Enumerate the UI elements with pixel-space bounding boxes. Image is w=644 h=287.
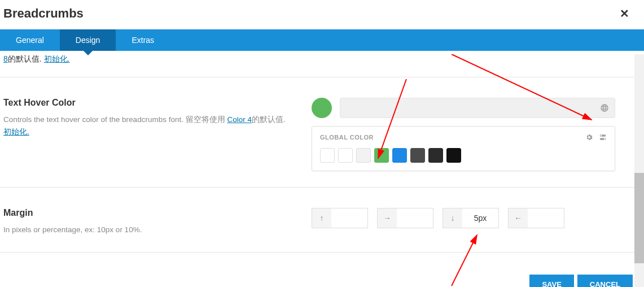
gear-icon[interactable] <box>585 133 593 141</box>
previous-setting-tail: 8的默认值. 初始化. <box>0 54 634 77</box>
prev-tail-text: 的默认值. <box>8 54 44 63</box>
swatch-7[interactable] <box>446 148 461 163</box>
margin-left-field: ← <box>508 208 564 228</box>
svg-point-2 <box>601 135 602 136</box>
margin-right-field: → <box>377 208 433 228</box>
margin-row: Margin In pixels or percentage, ex: 10px… <box>0 188 634 253</box>
arrow-right-icon: → <box>378 208 397 228</box>
scrollbar-track[interactable] <box>634 54 644 287</box>
prev-color-link[interactable]: 8 <box>3 54 8 63</box>
globe-icon <box>600 103 609 112</box>
prev-init-link[interactable]: 初始化. <box>44 54 70 63</box>
tab-design[interactable]: Design <box>60 29 116 51</box>
hover-color4-link[interactable]: Color 4 <box>227 115 252 124</box>
selected-color-swatch[interactable] <box>312 98 332 118</box>
swatch-row <box>320 148 607 163</box>
arrow-up-icon: ↑ <box>312 208 331 228</box>
swatch-3[interactable] <box>374 148 389 163</box>
arrow-down-icon: ↓ <box>443 208 462 228</box>
hover-desc-prefix: Controls the text hover color of the bre… <box>3 115 227 124</box>
margin-title: Margin <box>3 208 295 218</box>
hover-color-desc: Controls the text hover color of the bre… <box>3 114 295 138</box>
swatch-6[interactable] <box>428 148 443 163</box>
toggle-icon[interactable] <box>599 133 607 141</box>
arrow-left-icon: ← <box>509 208 528 228</box>
tab-extras[interactable]: Extras <box>116 29 170 51</box>
margin-left-input[interactable] <box>528 208 564 228</box>
margin-top-field: ↑ <box>312 208 368 228</box>
hover-init-link[interactable]: 初始化. <box>3 128 29 136</box>
global-color-label: GLOBAL COLOR <box>320 134 374 141</box>
hover-color-title: Text Hover Color <box>3 98 295 108</box>
swatch-2[interactable] <box>356 148 371 163</box>
hover-desc-mid: 的默认值. <box>252 115 286 124</box>
tab-general[interactable]: General <box>0 29 60 51</box>
margin-right-input[interactable] <box>397 208 433 228</box>
text-hover-color-row: Text Hover Color Controls the text hover… <box>0 77 634 188</box>
swatch-0[interactable] <box>320 148 335 163</box>
swatch-4[interactable] <box>392 148 407 163</box>
cancel-button[interactable]: CANCEL <box>577 275 633 287</box>
save-button[interactable]: SAVE <box>529 275 573 287</box>
svg-point-3 <box>604 138 605 140</box>
margin-desc: In pixels or percentage, ex: 10px or 10%… <box>3 224 295 236</box>
swatch-5[interactable] <box>410 148 425 163</box>
scrollbar-thumb[interactable] <box>634 173 644 263</box>
tab-bar: General Design Extras <box>0 29 644 51</box>
global-color-panel: GLOBAL COLOR <box>312 126 615 171</box>
swatch-1[interactable] <box>338 148 353 163</box>
page-title: Breadcrumbs <box>3 6 84 21</box>
margin-bottom-field: ↓ <box>443 208 499 228</box>
close-button[interactable]: ✕ <box>615 5 634 23</box>
margin-top-input[interactable] <box>331 208 367 228</box>
color-input-bar[interactable] <box>340 98 615 118</box>
margin-bottom-input[interactable] <box>462 208 498 228</box>
